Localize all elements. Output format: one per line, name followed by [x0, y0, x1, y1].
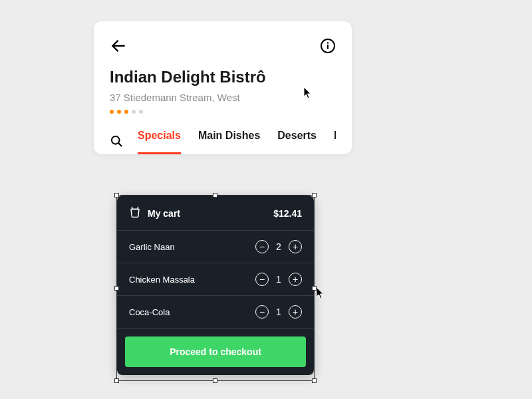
resize-handle[interactable] [312, 378, 317, 383]
decrement-icon[interactable]: − [255, 240, 269, 253]
tab-main-dishes[interactable]: Main Dishes [198, 130, 260, 154]
cart-item-qty: 1 [275, 274, 282, 285]
back-icon[interactable] [110, 37, 127, 55]
search-icon[interactable] [110, 134, 123, 150]
decrement-icon[interactable]: − [255, 273, 269, 286]
cart-total: $12.41 [273, 208, 302, 219]
tab-deserts[interactable]: Deserts [277, 130, 317, 154]
resize-handle[interactable] [114, 378, 119, 383]
resize-handle[interactable] [114, 193, 119, 198]
cart-panel: My cart $12.41 Garlic Naan − 2 + Chicken… [117, 196, 314, 375]
restaurant-title: Indian Delight Bistrô [110, 68, 336, 86]
cursor-arrow-icon [317, 287, 326, 302]
svg-point-3 [327, 42, 329, 43]
increment-icon[interactable]: + [289, 240, 302, 253]
shopping-bag-icon [129, 206, 141, 221]
tab-specials[interactable]: Specials [138, 130, 181, 154]
rating-dots [110, 110, 336, 114]
tab-beverages[interactable]: Beverages [334, 130, 336, 154]
info-icon[interactable] [320, 38, 336, 54]
resize-handle[interactable] [213, 193, 217, 198]
resize-handle[interactable] [312, 286, 317, 291]
resize-handle[interactable] [114, 286, 119, 291]
resize-handle[interactable] [213, 378, 217, 383]
category-tabs: Specials Main Dishes Deserts Beverages [138, 130, 336, 154]
increment-icon[interactable]: + [289, 273, 302, 286]
cart-header[interactable]: My cart $12.41 [117, 196, 314, 231]
cart-item-name: Garlic Naan [129, 242, 175, 252]
decrement-icon[interactable]: − [255, 305, 269, 319]
cart-item: Garlic Naan − 2 + [117, 231, 314, 263]
cart-item-qty: 2 [275, 241, 282, 252]
cart-item: Coca-Cola − 1 + [117, 296, 314, 329]
proceed-to-checkout-button[interactable]: Proceed to checkout [125, 336, 306, 367]
cart-item-name: Coca-Cola [129, 307, 170, 317]
increment-icon[interactable]: + [289, 305, 302, 319]
restaurant-header-card: Indian Delight Bistrô 37 Stiedemann Stre… [94, 21, 352, 154]
cart-item-qty: 1 [275, 307, 282, 317]
restaurant-address: 37 Stiedemann Stream, West [110, 92, 336, 103]
cart-title: My cart [148, 208, 180, 219]
cart-item: Chicken Massala − 1 + [117, 263, 314, 296]
resize-handle[interactable] [312, 193, 317, 198]
cart-item-name: Chicken Massala [129, 275, 195, 285]
svg-line-5 [118, 143, 121, 146]
